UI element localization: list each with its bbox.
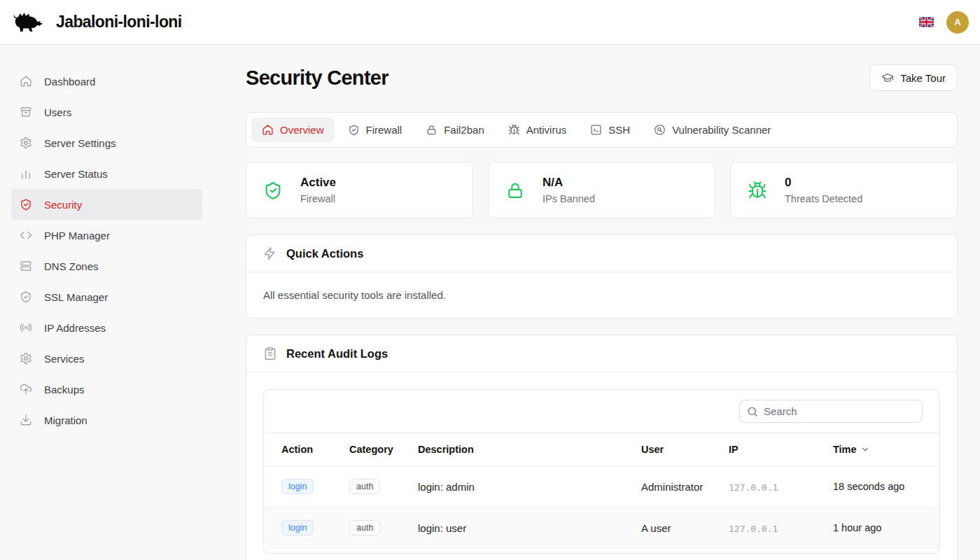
clipboard-list-icon xyxy=(263,346,277,360)
tab-ssh[interactable]: SSH xyxy=(580,118,640,142)
audit-logs-panel: Recent Audit Logs xyxy=(246,335,958,560)
user-cell: Administrator xyxy=(633,466,720,507)
shield-check-icon xyxy=(263,181,283,200)
sidebar-item-migration[interactable]: Migration xyxy=(11,405,202,435)
tab-label: Antivirus xyxy=(526,124,567,136)
sidebar-item-dashboard[interactable]: Dashboard xyxy=(11,66,202,97)
sidebar-item-dns-zones[interactable]: DNS Zones xyxy=(11,251,202,281)
tab-label: Vulnerability Scanner xyxy=(672,124,771,136)
sidebar-item-label: DNS Zones xyxy=(44,260,99,272)
action-badge: login xyxy=(281,479,314,494)
home-icon xyxy=(262,124,274,136)
sidebar-item-label: IP Addresses xyxy=(44,322,106,334)
gear-icon xyxy=(20,352,32,365)
ip-cell: 127.0.0.1 xyxy=(729,482,778,493)
ips-banned-card: N/A IPs Banned xyxy=(488,162,715,218)
audit-table-container: Action Category Description User IP Time xyxy=(263,389,940,554)
take-tour-label: Take Tour xyxy=(900,72,946,84)
lock-icon xyxy=(426,124,438,136)
brand[interactable]: Jabaloni-loni-loni xyxy=(11,10,182,34)
sidebar: Dashboard Users Server Settings Server S… xyxy=(0,45,214,560)
app-title: Jabaloni-loni-loni xyxy=(56,13,182,31)
category-badge: auth xyxy=(349,520,380,536)
threats-detected-card: 0 Threats Detected xyxy=(730,162,958,218)
tab-label: Firewall xyxy=(366,124,402,136)
tab-label: Fail2ban xyxy=(444,124,484,136)
sidebar-item-label: Server Settings xyxy=(44,137,116,149)
sidebar-item-label: Backups xyxy=(44,384,85,396)
sidebar-item-label: Security xyxy=(44,199,82,211)
sidebar-item-label: Services xyxy=(44,353,85,365)
tab-vulnerability-scanner[interactable]: Vulnerability Scanner xyxy=(643,118,781,142)
topbar: Jabaloni-loni-loni A xyxy=(0,0,980,45)
take-tour-button[interactable]: Take Tour xyxy=(869,64,958,91)
sidebar-item-ssl-manager[interactable]: SSL Manager xyxy=(11,281,202,312)
stat-label: Threats Detected xyxy=(785,193,862,204)
panel-title: Recent Audit Logs xyxy=(286,347,388,360)
tab-firewall[interactable]: Firewall xyxy=(337,118,413,142)
sidebar-item-label: Server Status xyxy=(44,168,108,180)
column-header-time-label: Time xyxy=(833,444,857,455)
security-tabs: Overview Firewall Fail2ban Antivirus SSH… xyxy=(246,112,958,148)
sidebar-item-ip-addresses[interactable]: IP Addresses xyxy=(11,312,202,343)
table-row[interactable]: login auth login: user A user 127.0.0.1 … xyxy=(264,507,939,549)
tab-label: Overview xyxy=(280,124,324,136)
search-icon xyxy=(747,406,758,417)
sidebar-item-label: Users xyxy=(44,106,71,118)
user-avatar[interactable]: A xyxy=(946,11,969,34)
archive-icon xyxy=(20,106,32,118)
broadcast-icon xyxy=(20,321,32,334)
chevron-down-icon xyxy=(860,444,870,454)
sidebar-item-server-status[interactable]: Server Status xyxy=(11,158,202,189)
sidebar-item-backups[interactable]: Backups xyxy=(11,374,202,405)
code-icon xyxy=(20,229,32,241)
category-badge: auth xyxy=(349,479,380,494)
time-cell: 18 seconds ago xyxy=(825,466,939,507)
sidebar-item-services[interactable]: Services xyxy=(11,343,202,374)
shield-check-icon xyxy=(20,198,32,211)
column-header-ip[interactable]: IP xyxy=(720,433,825,466)
tab-overview[interactable]: Overview xyxy=(251,118,335,142)
stat-value: 0 xyxy=(785,176,862,190)
ip-cell: 127.0.0.1 xyxy=(729,524,778,534)
sidebar-item-php-manager[interactable]: PHP Manager xyxy=(11,220,202,251)
panel-title: Quick Actions xyxy=(286,247,363,260)
scan-search-icon xyxy=(654,124,666,136)
sidebar-item-users[interactable]: Users xyxy=(11,97,202,127)
table-header-row: Action Category Description User IP Time xyxy=(264,433,939,466)
stat-value: Active xyxy=(300,176,336,190)
quick-actions-panel: Quick Actions All essential security too… xyxy=(246,234,958,318)
bug-icon xyxy=(748,181,767,200)
gear-icon xyxy=(20,136,32,149)
column-header-user[interactable]: User xyxy=(633,433,720,466)
tab-label: SSH xyxy=(608,124,630,136)
column-header-description[interactable]: Description xyxy=(410,433,633,466)
download-icon xyxy=(20,414,32,426)
column-header-time[interactable]: Time xyxy=(825,433,939,466)
action-badge: login xyxy=(281,520,314,536)
sidebar-item-label: Dashboard xyxy=(44,76,95,88)
table-row[interactable]: login auth login: admin Administrator 12… xyxy=(264,466,939,507)
audit-search xyxy=(739,400,923,423)
search-input[interactable] xyxy=(764,405,915,417)
time-cell: 1 hour ago xyxy=(825,507,939,549)
sidebar-item-server-settings[interactable]: Server Settings xyxy=(11,127,202,158)
sidebar-item-security[interactable]: Security xyxy=(11,189,202,220)
uk-flag-icon xyxy=(919,17,934,27)
cloud-upload-icon xyxy=(20,383,32,396)
tab-antivirus[interactable]: Antivirus xyxy=(498,118,578,142)
sidebar-item-label: PHP Manager xyxy=(44,230,110,241)
home-icon xyxy=(20,75,32,88)
stat-label: Firewall xyxy=(300,193,336,204)
description-cell: login: user xyxy=(410,507,633,549)
graduation-cap-icon xyxy=(881,71,894,84)
shield-check-icon xyxy=(20,290,32,303)
column-header-action[interactable]: Action xyxy=(264,433,341,466)
bar-chart-icon xyxy=(20,167,32,180)
language-flag-button[interactable] xyxy=(919,17,934,27)
stat-value: N/A xyxy=(542,176,595,190)
column-header-category[interactable]: Category xyxy=(341,433,410,466)
quick-actions-header: Quick Actions xyxy=(246,235,957,272)
server-icon xyxy=(20,260,32,272)
tab-fail2ban[interactable]: Fail2ban xyxy=(415,118,495,142)
